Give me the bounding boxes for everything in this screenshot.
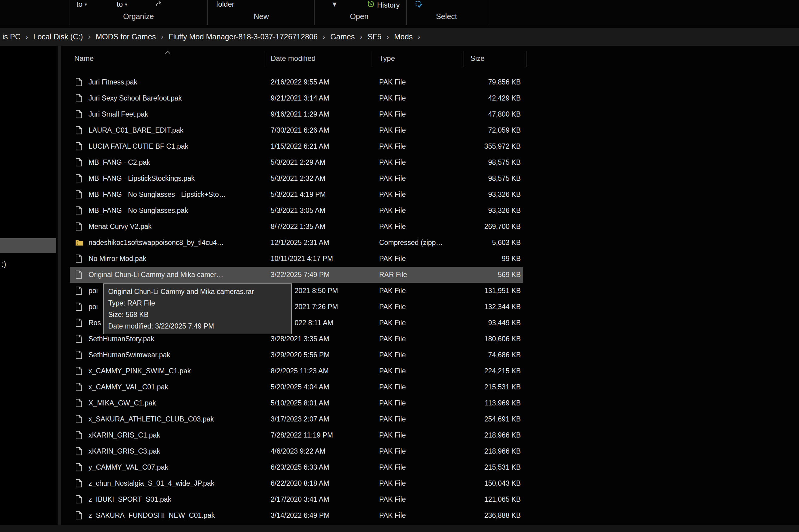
breadcrumb-item[interactable]: Games [330,32,355,41]
breadcrumb-item[interactable]: is PC [2,32,21,41]
column-header-name[interactable]: Name [74,54,94,63]
move-to-label: to [76,0,83,8]
breadcrumb-item[interactable]: MODS for Games [96,32,156,41]
file-icon [75,94,82,103]
move-to-button[interactable]: to ▾ [76,0,87,8]
file-icon [75,174,82,184]
file-row[interactable]: Juri Fitness.pak 2/16/2022 9:55 AM PAK F… [70,74,523,90]
file-date-modified: 5/3/2021 2:32 AM [271,170,325,187]
file-type: PAK File [379,299,406,315]
ribbon-group-divider [207,0,208,25]
breadcrumb-item[interactable]: Mods [394,32,413,41]
breadcrumb-item[interactable]: SF5 [367,32,381,41]
file-type: PAK File [379,106,406,122]
column-header-type[interactable]: Type [379,54,395,63]
file-type: PAK File [379,218,406,235]
file-row[interactable]: LUCIA FATAL CUTIE BF C1.pak 1/15/2022 6:… [70,138,523,154]
file-row[interactable]: MB_FANG - C2.pak 5/3/2021 2:29 AM PAK Fi… [70,154,523,170]
ribbon-group-divider [314,0,315,25]
file-date-modified: 9/16/2021 1:29 AM [271,106,329,122]
status-bar [0,525,799,532]
file-name: Juri Sexy School Barefoot.pak [89,90,182,106]
file-icon [75,463,82,473]
column-divider[interactable] [371,51,372,67]
ribbon-group-divider [406,0,407,25]
select-all-icon[interactable] [415,1,423,8]
file-size: 113,969 KB [485,395,521,411]
file-row[interactable]: LAURA_C01_BARE_EDIT.pak 7/30/2021 6:26 A… [70,122,523,138]
file-row[interactable]: xKARIN_GRIS_C1.pak 7/28/2022 11:19 PM PA… [70,427,523,443]
file-row[interactable]: x_CAMMY_VAL_C01.pak 5/20/2025 4:04 AM PA… [70,379,523,395]
breadcrumb-chevron-icon: › [161,33,163,41]
file-name: poi [89,283,98,299]
file-row[interactable]: z_chun_Nostalgia_S_01_4_wide_JP.pak 6/22… [70,475,523,491]
file-row[interactable]: x_SAKURA_ATHLETIC_CLUB_C03.pak 3/17/2023… [70,411,523,427]
ribbon-group-divider [69,0,69,25]
file-date-modified: 5/20/2025 4:04 AM [271,379,329,395]
column-headers: Name Date modified Type Size [61,49,799,69]
file-row[interactable]: nadeshikoc1softswappoisonc8_by_tl4cu4… 1… [70,235,523,251]
file-name: Menat Curvy V2.pak [89,218,151,235]
ribbon-group-divider [488,0,488,25]
copy-to-label: to [117,0,123,8]
breadcrumb-item[interactable]: Local Disk (C:) [33,32,83,41]
file-size: 254,691 KB [484,411,521,427]
file-date-modified: 2/17/2020 3:41 AM [271,491,329,508]
file-name: Original Chun-Li Cammy and Mika camer… [89,267,223,283]
file-row[interactable]: Menat Curvy V2.pak 8/7/2022 1:35 AM PAK … [70,218,523,235]
breadcrumb-bar: is PC › Local Disk (C:) › MODS for Games… [0,28,799,46]
file-name: y_CAMMY_VAL_C07.pak [89,459,168,475]
file-icon [75,206,82,216]
column-divider[interactable] [265,51,265,67]
file-name: nadeshikoc1softswappoisonc8_by_tl4cu4… [89,235,224,251]
file-icon [75,511,82,521]
copy-to-button[interactable]: to ▾ [117,0,127,8]
file-row[interactable]: SethHumanSwimwear.pak 3/29/2020 5:56 PM … [70,347,523,363]
file-row[interactable]: y_CAMMY_VAL_C07.pak 6/23/2025 6:33 AM PA… [70,459,523,475]
breadcrumb-item[interactable]: Fluffy Mod Manager-818-3-037-1726712806 [168,32,317,41]
history-button[interactable]: History [367,0,400,10]
file-tooltip: Original Chun-Li Cammy and Mika cameras.… [103,283,292,334]
file-row[interactable]: MB_FANG - LipstickStockings.pak 5/3/2021… [70,170,523,187]
file-row[interactable]: No Mirror Mod.pak 10/11/2021 4:17 PM PAK… [70,251,523,267]
column-header-size[interactable]: Size [470,54,485,63]
file-date-modified: 10/11/2021 4:17 PM [271,251,333,267]
file-icon [75,415,82,424]
file-name: X_MIKA_GW_C1.pak [89,395,156,411]
column-header-date-modified[interactable]: Date modified [271,54,315,63]
file-row[interactable]: x_CAMMY_PINK_SWIM_C1.pak 8/2/2025 11:23 … [70,363,523,379]
file-type: PAK File [379,459,406,475]
column-divider[interactable] [526,51,527,67]
file-type: PAK File [379,379,406,395]
file-type: PAK File [379,122,406,138]
file-type: PAK File [379,443,406,459]
file-explorer-window: to ▾ to ▾ folder ▾ History Organize New … [0,0,799,532]
file-row[interactable]: xKARIN_GRIS_C3.pak 4/6/2023 9:22 AM PAK … [70,443,523,459]
file-row[interactable]: Original Chun-Li Cammy and Mika camer… 3… [70,267,523,283]
file-type: PAK File [379,491,406,508]
file-row[interactable]: X_MIKA_GW_C1.pak 5/10/2025 8:01 AM PAK F… [70,395,523,411]
file-date-modified: 1/15/2022 6:21 AM [271,138,329,154]
rename-arrow-icon[interactable] [155,1,162,8]
new-folder-button[interactable]: folder [216,0,234,8]
file-row[interactable]: MB_FANG - No Sunglasses.pak 5/3/2021 3:0… [70,203,523,218]
file-row[interactable]: z_SAKURA_FUNDOSHI_NEW_C01.pak 3/14/2022 … [70,508,523,524]
file-row[interactable]: z_IBUKI_SPORT_S01.pak 2/17/2020 3:41 AM … [70,491,523,508]
column-divider[interactable] [463,51,464,67]
ribbon-group-label-new: New [254,12,269,21]
file-icon [75,78,82,88]
file-name: LAURA_C01_BARE_EDIT.pak [89,122,183,138]
file-name: poi [89,299,98,315]
file-name: MB_FANG - No Sunglasses - Lipstick+Sto… [89,187,226,203]
file-type: PAK File [379,363,406,379]
file-row[interactable]: MB_FANG - No Sunglasses - Lipstick+Sto… … [70,187,523,203]
file-type: PAK File [379,331,406,347]
file-date-modified: 9/21/2021 3:14 AM [271,90,329,106]
file-size: 215,531 KB [484,459,521,475]
file-row[interactable]: Juri Sexy School Barefoot.pak 9/21/2021 … [70,90,523,106]
file-row[interactable]: Juri Small Feet.pak 9/16/2021 1:29 AM PA… [70,106,523,122]
open-dropdown-chevron-icon[interactable]: ▾ [332,0,337,9]
file-date-modified: 3/14/2022 6:49 PM [271,508,329,524]
file-size: 72,059 KB [488,122,521,138]
file-size: 569 KB [498,267,521,283]
